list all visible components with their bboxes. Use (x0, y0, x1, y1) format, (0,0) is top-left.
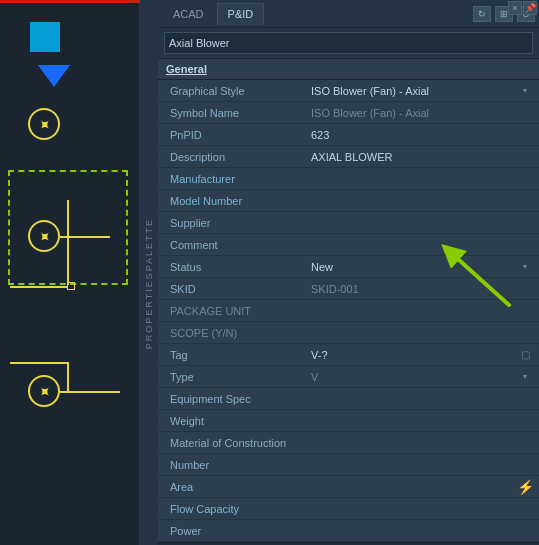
type-dropdown[interactable]: ▾ (515, 372, 535, 381)
prop-name-equipment-spec: Equipment Spec (162, 393, 307, 405)
tab-pid[interactable]: P&ID (217, 3, 265, 25)
panel-content: × 📌 ACAD P&ID ↻ ⊞ ⊙ General (158, 0, 539, 545)
area-lightning-icon[interactable]: ⚡ (515, 479, 535, 495)
prop-value-graphical-style[interactable]: ISO Blower (Fan) - Axial (307, 85, 515, 97)
cad-fan-symbol-1: ✦ (28, 108, 60, 140)
fan-icon-3: ✦ (33, 380, 56, 403)
prop-value-description[interactable]: AXIAL BLOWER (307, 151, 535, 163)
prop-name-status: Status (162, 261, 307, 273)
section-header: General (158, 59, 539, 80)
cad-line-h2 (10, 286, 67, 288)
prop-row-weight: Weight (158, 410, 539, 432)
cad-line-v2 (67, 362, 69, 392)
close-button[interactable]: × (508, 1, 522, 15)
prop-row-supplier: Supplier (158, 212, 539, 234)
prop-value-pnpid[interactable]: 623 (307, 129, 535, 141)
tag-window-icon[interactable]: ▢ (515, 349, 535, 360)
tab-acad[interactable]: ACAD (162, 3, 215, 25)
prop-name-graphical-style: Graphical Style (162, 85, 307, 97)
prop-row-skid: SKID SKID-001 (158, 278, 539, 300)
fan-icon-2: ✦ (33, 225, 56, 248)
prop-row-scope: SCOPE (Y/N) (158, 322, 539, 344)
prop-row-number: Number (158, 454, 539, 476)
prop-row-symbol-name: Symbol Name ISO Blower (Fan) - Axial (158, 102, 539, 124)
properties-palette-label: PROPERTIESPALETTE (144, 218, 154, 349)
status-dropdown[interactable]: ▾ (515, 262, 535, 271)
prop-name-skid: SKID (162, 283, 307, 295)
prop-value-type[interactable]: V (307, 371, 515, 383)
prop-name-pnpid: PnPID (162, 129, 307, 141)
cad-fan-symbol-3: ✦ (28, 375, 60, 407)
prop-name-supplier: Supplier (162, 217, 307, 229)
cad-fan-symbol-2: ✦ (28, 220, 60, 252)
refresh-icon[interactable]: ↻ (473, 6, 491, 22)
prop-name-manufacturer: Manufacturer (162, 173, 307, 185)
prop-name-scope: SCOPE (Y/N) (162, 327, 307, 339)
component-name-input[interactable] (164, 32, 533, 54)
prop-name-description: Description (162, 151, 307, 163)
cad-line-v1 (67, 200, 69, 285)
prop-row-graphical-style: Graphical Style ISO Blower (Fan) - Axial… (158, 80, 539, 102)
properties-table: Graphical Style ISO Blower (Fan) - Axial… (158, 80, 539, 542)
properties-panel: PROPERTIESPALETTE × 📌 ACAD P&ID ↻ ⊞ ⊙ (140, 0, 539, 545)
prop-row-type: Type V ▾ (158, 366, 539, 388)
prop-name-tag: Tag (162, 349, 307, 361)
prop-name-flow-capacity: Flow Capacity (162, 503, 307, 515)
graphical-style-dropdown[interactable]: ▾ (515, 86, 535, 95)
cad-line-h4 (10, 362, 67, 364)
section-label: General (166, 63, 207, 75)
prop-value-skid[interactable]: SKID-001 (307, 283, 535, 295)
cad-cyan-block (30, 22, 60, 52)
side-label-area: PROPERTIESPALETTE (140, 0, 158, 545)
tab-bar: × 📌 ACAD P&ID ↻ ⊞ ⊙ (158, 0, 539, 28)
prop-row-comment: Comment (158, 234, 539, 256)
prop-row-tag: Tag V-? ▢ (158, 344, 539, 366)
prop-name-area: Area (162, 481, 307, 493)
component-name-row (158, 28, 539, 59)
prop-name-number: Number (162, 459, 307, 471)
cad-red-line-top (0, 0, 140, 3)
prop-row-material: Material of Construction (158, 432, 539, 454)
prop-value-tag[interactable]: V-? (307, 349, 515, 361)
prop-name-weight: Weight (162, 415, 307, 427)
prop-name-symbol: Symbol Name (162, 107, 307, 119)
prop-row-package-unit: PACKAGE UNIT (158, 300, 539, 322)
pin-button[interactable]: 📌 (523, 1, 537, 15)
prop-row-description: Description AXIAL BLOWER (158, 146, 539, 168)
prop-value-status[interactable]: New (307, 261, 515, 273)
prop-name-material: Material of Construction (162, 437, 307, 449)
prop-row-model-number: Model Number (158, 190, 539, 212)
cad-drawing-area: ✦ ✦ ✦ (0, 0, 140, 545)
prop-row-flow-capacity: Flow Capacity (158, 498, 539, 520)
prop-value-symbol: ISO Blower (Fan) - Axial (307, 107, 535, 119)
prop-name-package-unit: PACKAGE UNIT (162, 305, 307, 317)
prop-row-status: Status New ▾ (158, 256, 539, 278)
cad-line-h3 (60, 391, 120, 393)
prop-row-pnpid: PnPID 623 (158, 124, 539, 146)
fan-icon-1: ✦ (33, 113, 56, 136)
prop-name-type: Type (162, 371, 307, 383)
cad-blue-triangle (38, 65, 70, 87)
prop-name-model-number: Model Number (162, 195, 307, 207)
prop-row-manufacturer: Manufacturer (158, 168, 539, 190)
prop-row-equipment-spec: Equipment Spec (158, 388, 539, 410)
prop-row-power: Power (158, 520, 539, 542)
prop-name-power: Power (162, 525, 307, 537)
prop-name-comment: Comment (162, 239, 307, 251)
prop-row-area: Area ⚡ (158, 476, 539, 498)
